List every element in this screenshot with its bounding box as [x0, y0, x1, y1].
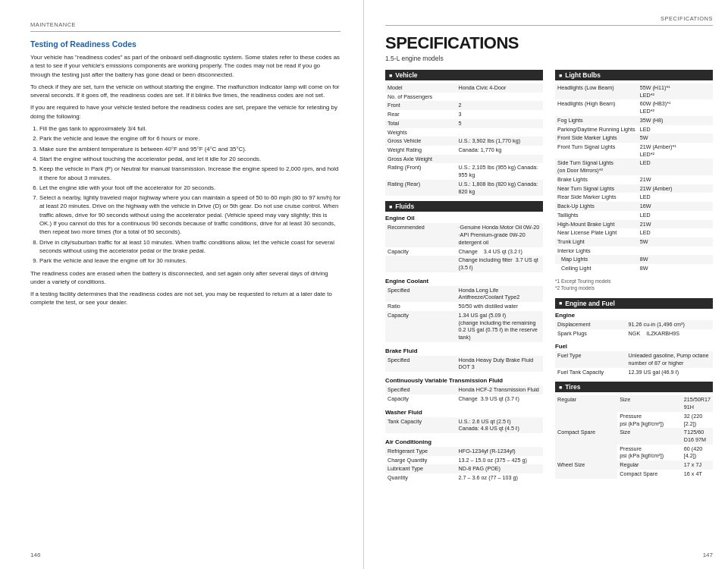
engine-table: Displacement 91.26 cu-in (1,496 cm³) Spa…: [555, 320, 713, 338]
table-row: Ceiling Light 8W: [555, 264, 713, 273]
section-title: Testing of Readiness Codes: [30, 39, 340, 49]
fuel-sub-title: Fuel: [555, 343, 713, 350]
table-row: Parking/Daytime Running Lights LED: [555, 125, 713, 134]
paragraph-1: Your vehicle has "readiness codes" as pa…: [30, 53, 340, 79]
table-row: Charge Quantity 13.2 – 15.0 oz (375 – 42…: [385, 456, 543, 465]
table-row: Rear Side Marker Lights LED: [555, 193, 713, 202]
table-row: Weight RatingCanada: 1,770 kg: [385, 146, 543, 155]
table-row: Front Side Marker Lights 5W: [555, 134, 713, 143]
vehicle-table: ModelHonda Civic 4-DoorNo. of Passengers…: [385, 83, 543, 196]
table-row: Headlights (High Beam) 60W (HB3)*¹LED*²: [555, 99, 713, 115]
table-row: Capacity Change 3.4 US qt (3.2 ℓ): [385, 247, 543, 256]
engine-fuel-title: Engine and Fuel: [555, 298, 713, 309]
table-row: Ratio 50/50 with distilled water: [385, 302, 543, 311]
table-row: Back-Up Lights 16W: [555, 202, 713, 211]
list-item: Park the vehicle and leave the engine of…: [39, 256, 340, 265]
right-page: SPECIFICATIONS SPECIFICATIONS 1.5-L engi…: [364, 0, 728, 569]
table-row: Specified Honda Long Life Antifreeze/Coo…: [385, 286, 543, 302]
table-row: Lubricant Type ND-8 PAG (POE): [385, 464, 543, 473]
table-row: Displacement 91.26 cu-in (1,496 cm³): [555, 320, 713, 329]
tires-section-title: Tires: [555, 382, 713, 392]
left-header-text: MAINTENANCE: [30, 21, 76, 28]
table-row: Front2: [385, 101, 543, 110]
cvt-title: Continuously Variable Transmission Fluid: [385, 377, 543, 384]
closing-1: The readiness codes are erased when the …: [30, 269, 340, 287]
left-header: MAINTENANCE: [30, 21, 340, 32]
ac-title: Air Conditioning: [385, 439, 543, 445]
table-row: Total5: [385, 119, 543, 128]
table-row: Brake Lights 21W: [555, 175, 713, 184]
table-row: Rating (Front)U.S.: 2,105 lbs (955 kg) C…: [385, 163, 543, 179]
table-row: Capacity 1.34 US gal (5.09 ℓ)(change inc…: [385, 311, 543, 342]
right-header-text: SPECIFICATIONS: [661, 15, 713, 22]
brake-fluid-title: Brake Fluid: [385, 347, 543, 354]
table-row: Refrigerant Type HFO-1234yf (R-1234yf): [385, 447, 543, 456]
table-row: Weights: [385, 128, 543, 137]
fuel-table: Fuel Type Unleaded gasoline, Pump octane…: [555, 351, 713, 376]
table-row: Headlights (Low Beam) 55W (H11)*¹LED*²: [555, 83, 713, 99]
closing-2: If a testing facility determines that th…: [30, 290, 340, 307]
table-row: Trunk Light 5W: [555, 237, 713, 247]
table-row: Capacity Change 3.9 US qt (3.7 ℓ): [385, 395, 543, 404]
list-item: Select a nearby, lightly traveled major …: [39, 193, 340, 236]
right-header: SPECIFICATIONS: [385, 15, 713, 26]
table-row: Tank Capacity U.S.: 2.6 US qt (2.5 ℓ)Can…: [385, 417, 543, 433]
bulb-note-2: *2 Touring models: [555, 285, 713, 291]
list-item: Drive in city/suburban traffic for at le…: [39, 238, 340, 256]
engine-oil-title: Engine Oil: [385, 215, 543, 222]
brake-fluid-table: Specified Honda Heavy Duty Brake Fluid D…: [385, 356, 543, 372]
bulb-note-1: *1 Except Touring models: [555, 278, 713, 284]
table-row: Recommended ·Genuine Honda Motor Oil 0W-…: [385, 223, 543, 247]
engine-oil-table: Recommended ·Genuine Honda Motor Oil 0W-…: [385, 223, 543, 272]
engine-coolant-table: Specified Honda Long Life Antifreeze/Coo…: [385, 286, 543, 342]
tires-table: Regular Size 215/50R17 91H Pressurepsi (…: [555, 395, 713, 478]
spec-columns: Vehicle ModelHonda Civic 4-DoorNo. of Pa…: [385, 70, 713, 488]
page-number-right: 147: [703, 552, 713, 558]
table-row: Side Turn Signal Lights(on Door Mirrors)…: [555, 159, 713, 174]
table-row: Fuel Tank Capacity 12.39 US gal (46.9 ℓ): [555, 368, 713, 377]
table-row: Wheel Size Regular 17 x 7J: [555, 461, 713, 470]
list-item: Fill the gas tank to approximately 3/4 f…: [39, 124, 340, 133]
left-page: MAINTENANCE Testing of Readiness Codes Y…: [0, 0, 364, 569]
table-row: ModelHonda Civic 4-Door: [385, 83, 543, 93]
fluids-section-title: Fluids: [385, 201, 543, 212]
table-row: Map Lights 8W: [555, 255, 713, 264]
paragraph-3: If you are required to have your vehicle…: [30, 103, 340, 121]
list-item: Start the engine without touching the ac…: [39, 155, 340, 163]
table-row: Interior Lights: [555, 247, 713, 256]
table-row: Gross Axle Weight: [385, 155, 543, 164]
table-row: Specified Honda Heavy Duty Brake Fluid D…: [385, 356, 543, 372]
washer-table: Tank Capacity U.S.: 2.6 US qt (2.5 ℓ)Can…: [385, 417, 543, 433]
table-row: Fog Lights 35W (H8): [555, 116, 713, 125]
table-row: Specified Honda HCF-2 Transmission Fluid: [385, 385, 543, 395]
light-bulbs-title: Light Bulbs: [555, 70, 713, 80]
paragraph-2: To check if they are set, turn the vehic…: [30, 83, 340, 100]
table-row: Spark Plugs NGK ILZKARBH9S: [555, 329, 713, 338]
table-row: Rear3: [385, 110, 543, 119]
table-row: Regular Size 215/50R17 91H: [555, 395, 713, 411]
table-row: Rating (Rear)U.S.: 1,808 lbs (820 kg) Ca…: [385, 180, 543, 196]
table-row: No. of Passengers: [385, 93, 543, 102]
list-item: Make sure the ambient temperature is bet…: [39, 145, 340, 153]
spec-col-left: Vehicle ModelHonda Civic 4-DoorNo. of Pa…: [385, 70, 543, 488]
list-item: Keep the vehicle in Park (P) or Neutral …: [39, 165, 340, 182]
engine-sub-title: Engine: [555, 312, 713, 319]
cvt-table: Specified Honda HCF-2 Transmission Fluid…: [385, 385, 543, 403]
table-row: Near Turn Signal Lights 21W (Amber): [555, 184, 713, 193]
table-row: Quantity 2.7 – 3.6 oz (77 – 103 g): [385, 473, 543, 483]
table-row: Gross VehicleU.S.: 3,902 lbs (1,770 kg): [385, 137, 543, 146]
spec-col-right: Light Bulbs Headlights (Low Beam) 55W (H…: [555, 70, 713, 488]
table-row: Taillights LED: [555, 211, 713, 220]
table-row: Near License Plate Light LED: [555, 228, 713, 237]
light-bulbs-table: Headlights (Low Beam) 55W (H11)*¹LED*² H…: [555, 83, 713, 273]
list-item: Park the vehicle and leave the engine of…: [39, 134, 340, 143]
list-item: Let the engine idle with your foot off t…: [39, 184, 340, 192]
spec-subtitle: 1.5-L engine models: [385, 55, 713, 62]
ac-table: Refrigerant Type HFO-1234yf (R-1234yf) C…: [385, 447, 543, 483]
steps-list: Fill the gas tank to approximately 3/4 f…: [39, 124, 340, 265]
washer-title: Washer Fluid: [385, 409, 543, 416]
vehicle-section-title: Vehicle: [385, 70, 543, 80]
table-row: Compact Spare Size T125/60 D16 97M: [555, 428, 713, 444]
table-row: Fuel Type Unleaded gasoline, Pump octane…: [555, 351, 713, 367]
spec-main-title: SPECIFICATIONS: [385, 33, 713, 53]
